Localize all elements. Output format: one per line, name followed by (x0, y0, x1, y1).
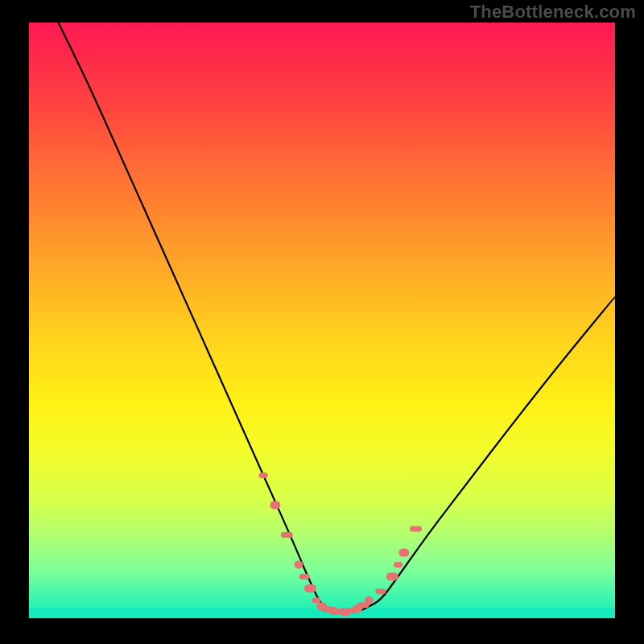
curve-marker (410, 526, 422, 532)
curve-marker (281, 532, 293, 538)
curve-marker (394, 562, 402, 568)
curve-marker (375, 588, 386, 594)
curve-marker (270, 501, 280, 509)
curve-marker (312, 597, 320, 603)
plot-area (29, 23, 615, 618)
curve-marker (304, 584, 316, 592)
curve-marker (299, 574, 310, 580)
curve-marker (259, 473, 268, 478)
chart-frame: TheBottleneck.com (0, 0, 644, 644)
watermark-text: TheBottleneck.com (470, 2, 636, 23)
curve-marker (398, 549, 409, 557)
bottleneck-curve (58, 23, 615, 613)
marker-group (259, 473, 422, 616)
curve-svg (29, 23, 615, 618)
curve-marker (386, 572, 398, 580)
curve-marker (365, 597, 374, 605)
curve-marker (294, 560, 303, 568)
